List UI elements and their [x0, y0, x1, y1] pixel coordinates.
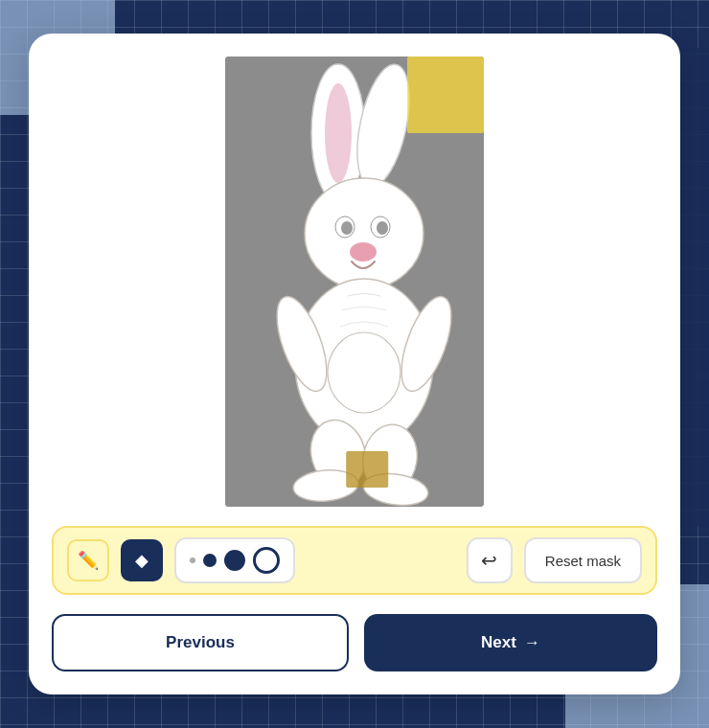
svg-point-4 [305, 178, 423, 289]
brush-sizes [174, 537, 295, 583]
image-area [52, 57, 657, 507]
highlight-bottom [346, 451, 388, 488]
pencil-tool-button[interactable]: ✏️ [67, 539, 109, 581]
eraser-icon: ◆ [135, 550, 149, 571]
brush-size-xlarge[interactable] [253, 547, 280, 574]
brush-size-large[interactable] [224, 550, 245, 571]
svg-point-2 [325, 83, 352, 183]
main-card: ✏️ ◆ ↩ Reset mask Previous Next → [29, 34, 680, 694]
svg-point-8 [377, 221, 388, 235]
toolbar: ✏️ ◆ ↩ Reset mask [52, 526, 657, 595]
svg-point-9 [350, 242, 377, 262]
nav-area: Previous Next → [52, 614, 657, 671]
svg-point-13 [328, 332, 400, 413]
drawing-canvas [225, 57, 484, 507]
pencil-icon: ✏️ [78, 550, 99, 571]
highlight-top [407, 57, 484, 133]
next-button[interactable]: Next → [364, 614, 657, 671]
reset-mask-button[interactable]: Reset mask [524, 537, 642, 583]
next-label: Next [481, 633, 516, 652]
brush-size-medium[interactable] [203, 554, 217, 567]
undo-button[interactable]: ↩ [467, 537, 513, 583]
previous-button[interactable]: Previous [52, 614, 349, 671]
svg-point-6 [341, 221, 353, 235]
undo-icon: ↩ [481, 549, 497, 572]
eraser-tool-button[interactable]: ◆ [121, 539, 163, 581]
brush-size-small[interactable] [190, 557, 195, 563]
next-arrow-icon: → [524, 633, 540, 652]
